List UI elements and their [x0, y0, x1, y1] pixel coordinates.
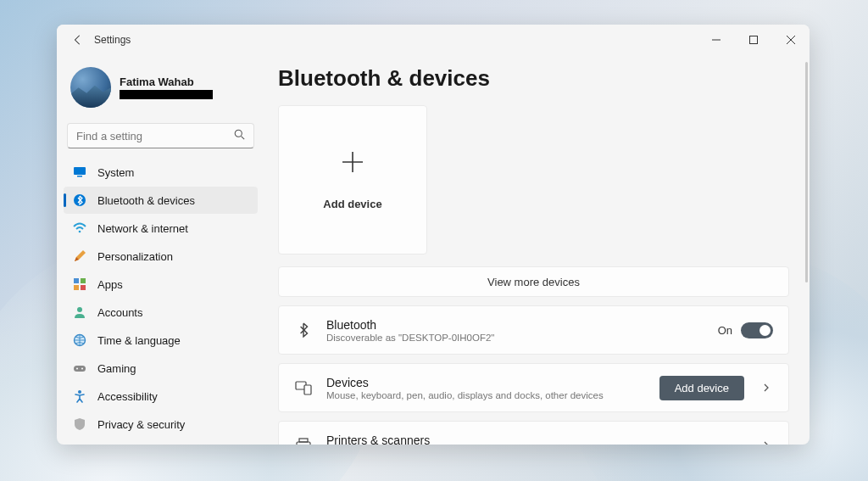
system-icon: [72, 165, 87, 180]
svg-point-17: [76, 368, 78, 370]
sidebar-item-accessibility[interactable]: Accessibility: [64, 383, 258, 410]
wifi-icon: [72, 221, 87, 236]
sidebar-item-label: Bluetooth & devices: [97, 194, 195, 207]
accessibility-icon: [72, 389, 87, 404]
printers-scanners-row[interactable]: Printers & scanners Preferences, trouble…: [278, 421, 789, 445]
profile-name: Fatima Wahab: [120, 76, 213, 88]
nav: System Bluetooth & devices Network & int…: [64, 159, 258, 438]
minimize-button[interactable]: [698, 25, 735, 55]
svg-rect-10: [74, 278, 79, 283]
devices-title: Devices: [326, 376, 659, 389]
sidebar-item-personalization[interactable]: Personalization: [64, 243, 258, 270]
view-more-devices-button[interactable]: View more devices: [278, 266, 789, 297]
sidebar-item-gaming[interactable]: Gaming: [64, 355, 258, 382]
main-content: Bluetooth & devices Add device View more…: [264, 55, 810, 445]
shield-icon: [72, 417, 87, 432]
sidebar-item-label: Apps: [97, 278, 123, 291]
sidebar-item-label: Gaming: [97, 362, 136, 375]
window-controls: [698, 25, 810, 55]
sidebar-item-label: Accessibility: [97, 390, 158, 403]
svg-point-19: [78, 390, 81, 394]
close-button[interactable]: [772, 25, 810, 55]
sidebar-item-label: Privacy & security: [97, 418, 185, 431]
sidebar-item-label: System: [97, 166, 134, 179]
svg-rect-1: [750, 36, 758, 44]
bluetooth-subtitle: Discoverable as "DESKTOP-0IH0OF2": [326, 333, 718, 343]
scrollbar[interactable]: [805, 62, 808, 282]
svg-rect-16: [74, 366, 86, 372]
bluetooth-title: Bluetooth: [326, 318, 718, 332]
view-more-label: View more devices: [487, 276, 580, 288]
avatar: [70, 67, 111, 108]
page-title: Bluetooth & devices: [278, 65, 810, 92]
titlebar: Settings: [57, 25, 810, 55]
printer-icon: [294, 436, 313, 445]
maximize-button[interactable]: [735, 25, 772, 55]
bluetooth-icon: [72, 193, 87, 208]
sidebar-item-apps[interactable]: Apps: [64, 271, 258, 298]
chevron-right-icon[interactable]: [760, 439, 773, 445]
bluetooth-row: Bluetooth Discoverable as "DESKTOP-0IH0O…: [278, 305, 789, 355]
accounts-icon: [72, 305, 87, 320]
sidebar: Fatima Wahab System: [57, 55, 264, 445]
devices-subtitle: Mouse, keyboard, pen, audio, displays an…: [326, 390, 659, 400]
settings-window: Settings Fatima Wahab: [57, 25, 810, 445]
profile-block[interactable]: Fatima Wahab: [64, 62, 258, 118]
sidebar-item-privacy-security[interactable]: Privacy & security: [64, 411, 258, 438]
profile-email-redacted: [120, 90, 213, 99]
add-device-tile-label: Add device: [323, 198, 381, 210]
svg-point-14: [77, 307, 82, 312]
bluetooth-toggle[interactable]: [741, 322, 773, 338]
apps-icon: [72, 277, 87, 292]
add-device-tile[interactable]: Add device: [278, 105, 427, 254]
svg-rect-12: [74, 285, 79, 290]
window-title: Settings: [94, 34, 131, 46]
svg-rect-7: [77, 176, 82, 177]
plus-icon: [340, 149, 365, 179]
svg-point-18: [81, 368, 83, 370]
sidebar-item-system[interactable]: System: [64, 159, 258, 186]
sidebar-item-label: Personalization: [97, 250, 173, 263]
svg-rect-11: [81, 278, 86, 283]
svg-rect-23: [304, 385, 311, 394]
search-box[interactable]: [67, 123, 254, 148]
sidebar-item-accounts[interactable]: Accounts: [64, 299, 258, 326]
search-input[interactable]: [76, 130, 234, 143]
svg-rect-13: [81, 285, 86, 290]
add-device-button[interactable]: Add device: [659, 376, 744, 400]
back-button[interactable]: [65, 27, 91, 53]
sidebar-item-label: Network & internet: [97, 222, 188, 235]
svg-line-5: [242, 137, 245, 140]
sidebar-item-network[interactable]: Network & internet: [64, 215, 258, 242]
globe-clock-icon: [72, 333, 87, 348]
bluetooth-toggle-label: On: [718, 324, 732, 337]
gamepad-icon: [72, 361, 87, 376]
sidebar-item-time-language[interactable]: Time & language: [64, 327, 258, 354]
devices-row[interactable]: Devices Mouse, keyboard, pen, audio, dis…: [278, 363, 789, 412]
sidebar-item-label: Time & language: [97, 334, 181, 347]
chevron-right-icon[interactable]: [760, 381, 773, 394]
sidebar-item-label: Accounts: [97, 306, 142, 319]
sidebar-item-bluetooth-devices[interactable]: Bluetooth & devices: [64, 187, 258, 214]
svg-point-9: [79, 231, 81, 233]
paintbrush-icon: [72, 249, 87, 264]
bluetooth-icon: [294, 321, 313, 339]
svg-rect-6: [74, 167, 86, 175]
svg-point-4: [235, 130, 242, 137]
search-icon: [234, 129, 245, 143]
printers-title: Printers & scanners: [326, 433, 760, 445]
svg-rect-25: [297, 442, 310, 445]
devices-icon: [294, 378, 313, 397]
